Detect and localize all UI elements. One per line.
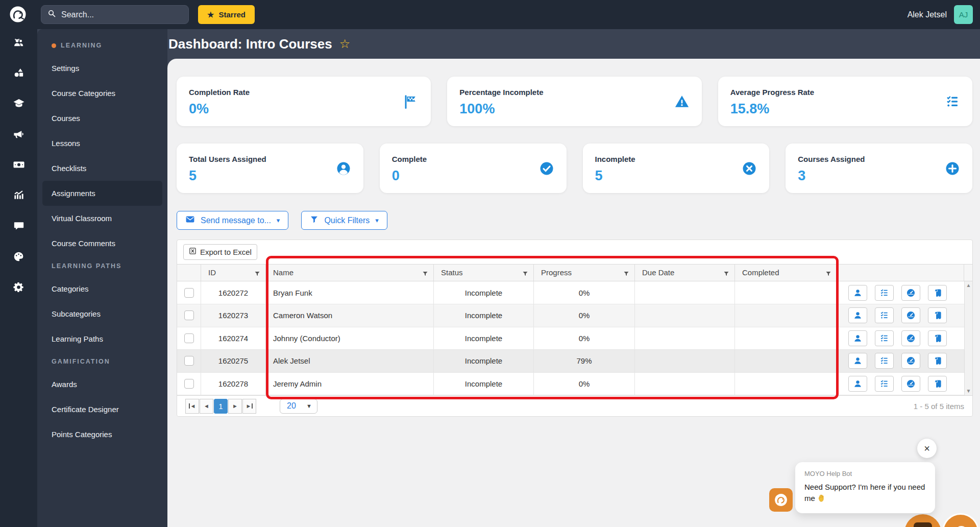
helpbot-avatar[interactable] — [769, 488, 793, 512]
brand-elephant-logo[interactable] — [7, 4, 29, 25]
sidebar-item-awards[interactable]: Awards — [42, 372, 162, 397]
scroll-corner — [964, 265, 972, 281]
flag-checkered-icon — [403, 94, 419, 109]
user-profile-button[interactable] — [848, 307, 867, 323]
quick-filters-button[interactable]: Quick Filters ▾ — [301, 211, 387, 230]
progress-gauge-button[interactable] — [901, 307, 920, 323]
sidebar-item-virtual-classroom[interactable]: Virtual Classroom — [42, 206, 162, 231]
export-to-excel-button[interactable]: Export to Excel — [183, 244, 257, 260]
user-profile-button[interactable] — [848, 376, 867, 392]
content-panel: Completion Rate 0% Percentage Incomplete… — [167, 59, 980, 527]
cell-progress: 0% — [534, 281, 635, 304]
sidebar-item-course-categories[interactable]: Course Categories — [42, 81, 162, 106]
sidebar-item-lessons[interactable]: Lessons — [42, 131, 162, 156]
rail-theme-icon[interactable] — [0, 246, 37, 267]
progress-gauge-button[interactable] — [901, 285, 920, 301]
sidebar-item-categories[interactable]: Categories — [42, 276, 162, 301]
sidebar-item-courses[interactable]: Courses — [42, 106, 162, 131]
cell-due-date — [635, 350, 735, 372]
details-checklist-button[interactable] — [875, 330, 894, 346]
filter-funnel-icon[interactable] — [623, 270, 629, 276]
cell-progress: 0% — [534, 304, 635, 327]
filter-funnel-icon[interactable] — [254, 270, 260, 276]
stat-card-label: Total Users Assigned — [189, 155, 351, 163]
certificate-scroll-button[interactable] — [928, 307, 947, 323]
row-checkbox[interactable] — [184, 379, 194, 389]
rail-settings-icon[interactable] — [0, 277, 37, 297]
scroll-up-icon[interactable]: ▲ — [966, 283, 971, 288]
user-profile-button[interactable] — [848, 285, 867, 301]
sidebar-item-assignments[interactable]: Assignments — [42, 181, 162, 206]
stat-card-value: 5 — [189, 168, 351, 184]
certificate-scroll-button[interactable] — [928, 285, 947, 301]
chat-close-button[interactable]: × — [917, 439, 937, 458]
filter-funnel-icon[interactable] — [723, 270, 729, 276]
sidebar-item-course-comments[interactable]: Course Comments — [42, 231, 162, 256]
column-header-due-date[interactable]: Due Date — [635, 265, 735, 281]
details-checklist-button[interactable] — [875, 376, 894, 392]
row-checkbox[interactable] — [184, 288, 194, 298]
rail-announcements-icon[interactable] — [0, 124, 37, 144]
row-checkbox[interactable] — [184, 356, 194, 366]
progress-gauge-button[interactable] — [901, 330, 920, 346]
next-page-button[interactable]: ► — [228, 399, 242, 414]
cell-id: 1620278 — [201, 373, 266, 395]
send-message-button[interactable]: Send message to... ▾ — [177, 211, 288, 230]
progress-gauge-button[interactable] — [901, 376, 920, 392]
column-header-id[interactable]: ID — [201, 265, 266, 281]
stat-card-value: 15.8% — [730, 101, 960, 117]
row-checkbox[interactable] — [184, 310, 194, 320]
last-page-button[interactable]: ► — [242, 399, 256, 414]
assignments-grid: Export to Excel ID Name Status Progress … — [177, 239, 973, 417]
starred-button[interactable]: ★ Starred — [198, 5, 255, 24]
vertical-scrollbar[interactable]: ▲ ▼ — [964, 281, 972, 395]
rail-payroll-icon[interactable] — [0, 154, 37, 175]
rail-education-icon[interactable] — [0, 93, 37, 113]
page-size-select[interactable]: 20 ▼ — [280, 399, 317, 414]
user-profile-button[interactable] — [848, 353, 867, 369]
row-checkbox[interactable] — [184, 333, 194, 343]
sidebar-item-points-categories[interactable]: Points Categories — [42, 422, 162, 447]
details-checklist-button[interactable] — [875, 353, 894, 369]
app-window: ★ Starred Alek Jetsel AJ LEARNING Settin… — [0, 0, 980, 527]
search-input[interactable] — [61, 10, 174, 19]
rail-reports-icon[interactable] — [0, 184, 37, 205]
user-profile-button[interactable] — [848, 330, 867, 346]
favorite-star-icon[interactable]: ☆ — [339, 38, 351, 50]
sidebar-item-settings[interactable]: Settings — [42, 56, 162, 81]
details-checklist-button[interactable] — [875, 307, 894, 323]
certificate-scroll-button[interactable] — [928, 353, 947, 369]
rail-messages-icon[interactable] — [0, 215, 37, 236]
cell-completed — [735, 373, 837, 395]
scroll-down-icon[interactable]: ▼ — [966, 389, 971, 394]
stat-card-label: Completion Rate — [189, 88, 419, 97]
previous-page-button[interactable]: ◄ — [200, 399, 213, 414]
column-header-completed[interactable]: Completed — [735, 265, 837, 281]
column-header-name[interactable]: Name — [266, 265, 434, 281]
sidebar-item-learning-paths[interactable]: Learning Paths — [42, 326, 162, 351]
filter-funnel-icon[interactable] — [422, 270, 428, 276]
certificate-scroll-button[interactable] — [928, 330, 947, 346]
column-header-progress[interactable]: Progress — [534, 265, 635, 281]
sidebar-item-checklists[interactable]: Checklists — [42, 156, 162, 181]
rail-people-icon[interactable] — [0, 32, 37, 53]
cell-completed — [735, 350, 837, 372]
filter-funnel-icon[interactable] — [522, 270, 528, 276]
sidebar-item-certificate-designer[interactable]: Certificate Designer — [42, 397, 162, 422]
certificate-scroll-button[interactable] — [928, 376, 947, 392]
sidebar-item-subcategories[interactable]: Subcategories — [42, 301, 162, 326]
cell-id: 1620273 — [201, 304, 266, 327]
checklist-icon — [945, 94, 960, 109]
cell-name: Jeremy Admin — [266, 373, 434, 395]
wave-hand-icon — [817, 494, 826, 506]
cell-progress: 0% — [534, 373, 635, 395]
progress-gauge-button[interactable] — [901, 353, 920, 369]
first-page-button[interactable]: ◄ — [185, 399, 199, 414]
details-checklist-button[interactable] — [875, 285, 894, 301]
rail-modules-icon[interactable] — [0, 62, 37, 83]
filter-funnel-icon[interactable] — [825, 270, 831, 276]
user-avatar[interactable]: AJ — [954, 5, 973, 24]
page-number-button[interactable]: 1 — [214, 399, 228, 414]
column-header-status[interactable]: Status — [434, 265, 534, 281]
user-name: Alek Jetsel — [908, 10, 947, 19]
